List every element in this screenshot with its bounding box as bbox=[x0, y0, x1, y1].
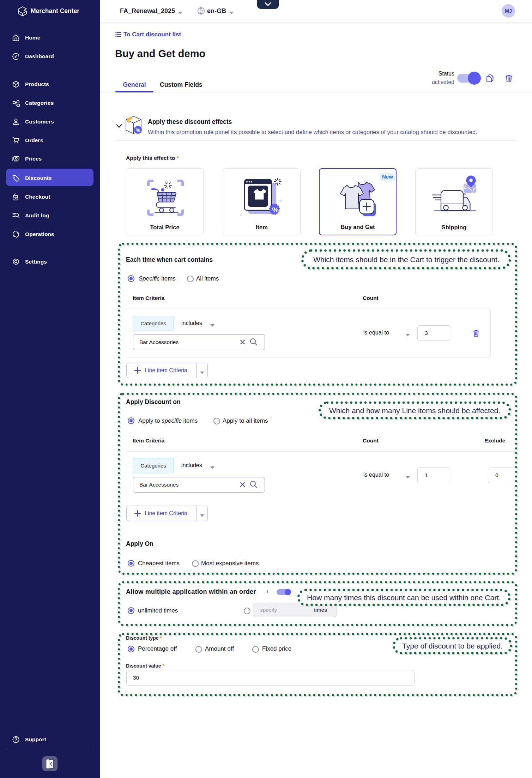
svg-text:%: % bbox=[136, 127, 140, 133]
svg-text:%: % bbox=[272, 206, 279, 214]
